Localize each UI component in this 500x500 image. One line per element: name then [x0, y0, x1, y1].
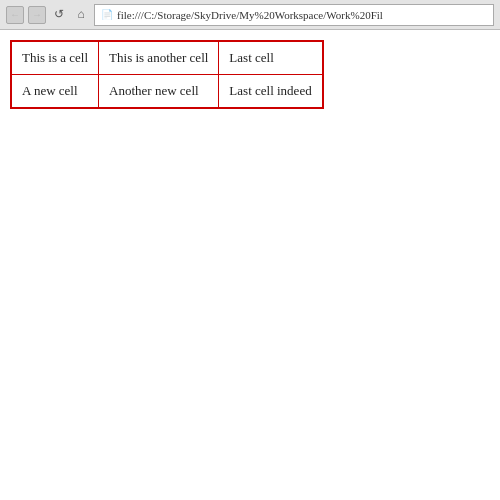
home-button[interactable]: ⌂ [72, 6, 90, 24]
table-cell-r1-c0: A new cell [11, 75, 99, 109]
forward-button[interactable]: → [28, 6, 46, 24]
address-text: file:///C:/Storage/SkyDrive/My%20Workspa… [117, 9, 383, 21]
data-table: This is a cellThis is another cellLast c… [10, 40, 324, 109]
page-content: This is a cellThis is another cellLast c… [0, 30, 500, 500]
table-cell-r1-c1: Another new cell [99, 75, 219, 109]
browser-toolbar: ← → ↺ ⌂ 📄 file:///C:/Storage/SkyDrive/My… [0, 0, 500, 30]
reload-button[interactable]: ↺ [50, 6, 68, 24]
table-row: A new cellAnother new cellLast cell inde… [11, 75, 323, 109]
back-icon: ← [10, 9, 20, 20]
table-row: This is a cellThis is another cellLast c… [11, 41, 323, 75]
back-button[interactable]: ← [6, 6, 24, 24]
table-cell-r0-c1: This is another cell [99, 41, 219, 75]
home-icon: ⌂ [77, 7, 84, 22]
address-bar[interactable]: 📄 file:///C:/Storage/SkyDrive/My%20Works… [94, 4, 494, 26]
table-cell-r0-c2: Last cell [219, 41, 323, 75]
forward-icon: → [32, 9, 42, 20]
page-icon: 📄 [101, 9, 113, 20]
browser-window: ← → ↺ ⌂ 📄 file:///C:/Storage/SkyDrive/My… [0, 0, 500, 500]
table-cell-r1-c2: Last cell indeed [219, 75, 323, 109]
reload-icon: ↺ [54, 7, 64, 22]
table-cell-r0-c0: This is a cell [11, 41, 99, 75]
